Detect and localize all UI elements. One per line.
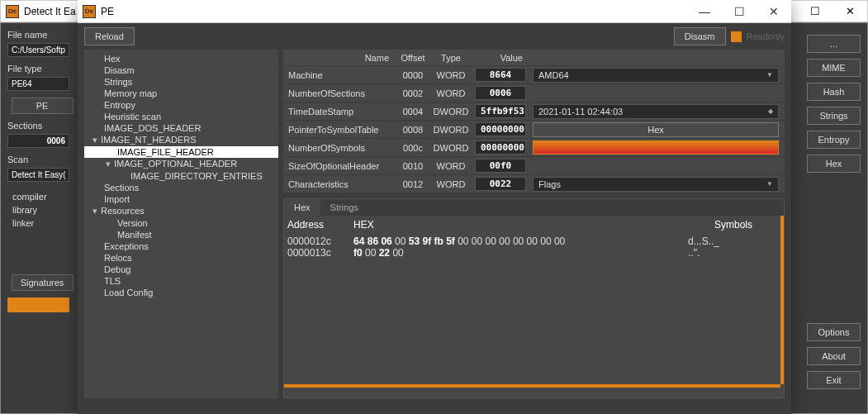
tree-item[interactable]: Heuristic scan (84, 111, 278, 122)
tree-item[interactable]: Hex (84, 53, 278, 64)
hex-content[interactable]: Address HEX Symbols 0000012c64 86 06 00 … (284, 216, 784, 397)
tree-item[interactable]: Entropy (84, 99, 278, 111)
hex-button[interactable]: Hex (807, 155, 861, 173)
bg-right-buttons: ... MIME Hash Strings Entropy Hex Option… (807, 35, 861, 395)
nav-tree[interactable]: HexDisasmStringsMemory mapEntropyHeurist… (84, 50, 278, 398)
disasm-button[interactable]: Disasm (674, 27, 726, 45)
field-name: Characteristics (283, 179, 396, 189)
signatures-button[interactable]: Signatures (12, 274, 74, 291)
hex-hex-hdr: HEX (353, 219, 714, 231)
hex-panel: Hex Strings Address HEX Symbols 0000012c… (283, 198, 785, 398)
table-row: NumberOfSections0002WORD0006 (283, 84, 785, 102)
pe-titlebar: De PE — ☐ ✕ (78, 0, 791, 23)
col-offset: Offset (396, 53, 430, 63)
bg-max-button[interactable]: ☐ (798, 0, 832, 22)
tree-item[interactable]: Load Config (84, 287, 278, 298)
field-value[interactable]: 5ffb9f53 (475, 104, 526, 118)
list-item[interactable]: compiler (9, 190, 75, 203)
field-offset: 0000 (396, 70, 430, 80)
more-button[interactable]: ... (807, 35, 861, 53)
field-value[interactable]: 8664 (475, 68, 526, 82)
hex-marker-right (780, 216, 784, 384)
entropy-button[interactable]: Entropy (807, 131, 861, 149)
table-row: SizeOfOptionalHeader0010WORD00f0 (283, 157, 785, 175)
scan-label: Scan (7, 155, 77, 164)
tree-item[interactable]: IMAGE_FILE_HEADER (84, 146, 278, 158)
field-type: WORD (430, 179, 472, 189)
hash-button[interactable]: Hash (807, 83, 861, 101)
strings-button[interactable]: Strings (807, 107, 861, 125)
tree-item[interactable]: Memory map (84, 88, 278, 99)
field-value[interactable]: 00f0 (475, 159, 526, 173)
pe-button[interactable]: PE (12, 98, 74, 114)
field-name: Machine (283, 70, 396, 80)
hex-sym-hdr: Symbols (714, 219, 780, 231)
pe-max-button[interactable]: ☐ (722, 0, 757, 23)
hex-jump-button[interactable]: Hex (533, 122, 779, 137)
tree-item[interactable]: TLS (84, 275, 278, 287)
tree-item[interactable]: Exceptions (84, 240, 278, 252)
field-value[interactable]: 00000000 (475, 122, 526, 136)
tree-item[interactable]: ▾IMAGE_NT_HEADERS (84, 134, 278, 146)
tree-item[interactable]: IMAGE_DOS_HEADER (84, 122, 278, 134)
field-offset: 000c (396, 143, 430, 153)
mime-button[interactable]: MIME (807, 59, 861, 77)
field-name: NumberOfSymbols (283, 143, 396, 153)
hex-row: 0000012c64 86 06 00 53 9f fb 5f 00 00 00… (287, 236, 780, 247)
field-name: PointerToSymbolTable (283, 125, 396, 135)
field-name: SizeOfOptionalHeader (283, 161, 396, 171)
tree-item[interactable]: Version (84, 217, 278, 229)
filetype-input[interactable] (7, 77, 69, 91)
readonly-checkbox[interactable] (731, 31, 742, 42)
tree-item[interactable]: Import (84, 193, 278, 205)
list-item[interactable]: library (9, 203, 75, 217)
tree-item[interactable]: Relocs (84, 252, 278, 264)
tree-item[interactable]: Debug (84, 264, 278, 275)
options-button[interactable]: Options (807, 323, 861, 341)
field-value[interactable]: 0006 (475, 86, 526, 100)
tree-item[interactable]: Strings (84, 76, 278, 88)
tab-hex[interactable]: Hex (284, 199, 320, 216)
app-icon: De (6, 5, 19, 18)
field-name: TimeDateStamp (283, 107, 396, 117)
sections-value[interactable] (7, 134, 69, 148)
hex-marker-bottom (284, 384, 780, 388)
scan-value[interactable] (7, 168, 69, 182)
list-item[interactable]: linker (9, 217, 75, 230)
field-type: DWORD (430, 125, 472, 135)
col-value: Value (472, 53, 529, 63)
combo-select[interactable]: Flags▼ (533, 177, 779, 192)
reload-button[interactable]: Reload (84, 27, 135, 45)
field-name: NumberOfSections (283, 88, 396, 98)
progress-bar (7, 297, 69, 312)
tree-item[interactable]: Manifest (84, 229, 278, 240)
tree-item[interactable]: ▾IMAGE_OPTIONAL_HEADER (84, 158, 278, 170)
pe-toolbar: Reload Disasm Readonly (78, 23, 791, 50)
field-value[interactable]: 00000000 (475, 140, 526, 155)
bg-close-button[interactable]: ✕ (832, 0, 867, 22)
field-offset: 0012 (396, 179, 430, 189)
filename-input[interactable] (7, 43, 69, 57)
combo-select[interactable]: AMD64▼ (533, 68, 779, 83)
date-field[interactable]: 2021-01-11 02:44:03◆ (533, 104, 779, 119)
tab-strings[interactable]: Strings (320, 199, 368, 216)
field-offset: 0004 (396, 107, 430, 117)
hex-addr-hdr: Address (287, 219, 353, 231)
field-type: DWORD (430, 143, 472, 153)
field-value[interactable]: 0022 (475, 177, 526, 191)
field-offset: 0002 (396, 88, 430, 98)
about-button[interactable]: About (807, 347, 861, 365)
field-type: DWORD (430, 107, 472, 117)
pe-close-button[interactable]: ✕ (757, 0, 791, 23)
filetype-label: File type (7, 64, 77, 74)
exit-button[interactable]: Exit (807, 371, 861, 389)
pe-min-button[interactable]: — (687, 0, 722, 23)
table-row: Machine0000WORD8664AMD64▼ (283, 66, 785, 84)
field-type: WORD (430, 161, 472, 171)
tree-item[interactable]: Sections (84, 182, 278, 193)
tree-item[interactable]: IMAGE_DIRECTORY_ENTRIES (84, 170, 278, 182)
tree-item[interactable]: ▾Resources (84, 205, 278, 217)
field-offset: 0010 (396, 161, 430, 171)
bg-title: Detect It Ea (24, 6, 76, 17)
tree-item[interactable]: Disasm (84, 64, 278, 76)
